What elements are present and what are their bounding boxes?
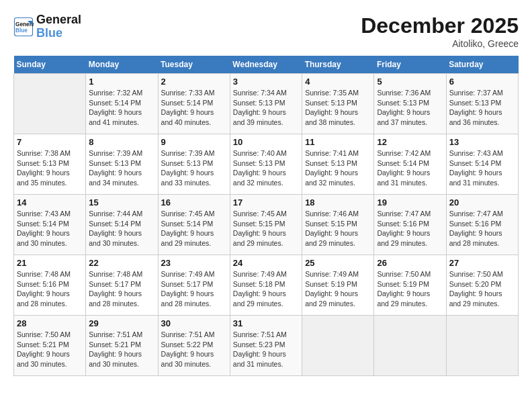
logo-line1: General	[36, 13, 81, 27]
calendar-cell	[14, 74, 86, 134]
day-info: Sunrise: 7:50 AMSunset: 5:19 PMDaylight:…	[377, 269, 443, 309]
header-tuesday: Tuesday	[158, 56, 230, 74]
calendar-cell: 31Sunrise: 7:51 AMSunset: 5:23 PMDayligh…	[230, 316, 302, 376]
day-info: Sunrise: 7:49 AMSunset: 5:17 PMDaylight:…	[161, 269, 227, 309]
header-friday: Friday	[374, 56, 446, 74]
calendar-cell: 3Sunrise: 7:34 AMSunset: 5:13 PMDaylight…	[230, 74, 302, 134]
day-number: 18	[305, 197, 371, 208]
day-info: Sunrise: 7:49 AMSunset: 5:18 PMDaylight:…	[233, 269, 299, 309]
day-number: 26	[377, 258, 443, 268]
day-info: Sunrise: 7:34 AMSunset: 5:13 PMDaylight:…	[233, 88, 299, 128]
day-info: Sunrise: 7:51 AMSunset: 5:21 PMDaylight:…	[89, 330, 154, 369]
day-number: 10	[233, 137, 299, 147]
day-info: Sunrise: 7:50 AMSunset: 5:20 PMDaylight:…	[449, 269, 515, 309]
day-number: 20	[449, 197, 515, 208]
header-wednesday: Wednesday	[230, 56, 302, 74]
day-info: Sunrise: 7:51 AMSunset: 5:23 PMDaylight:…	[233, 330, 299, 369]
day-number: 25	[305, 258, 371, 268]
day-info: Sunrise: 7:47 AMSunset: 5:16 PMDaylight:…	[449, 209, 515, 248]
calendar-cell	[446, 316, 518, 376]
day-number: 30	[161, 318, 227, 328]
calendar-cell: 19Sunrise: 7:47 AMSunset: 5:16 PMDayligh…	[374, 195, 446, 255]
day-number: 9	[161, 137, 227, 147]
day-info: Sunrise: 7:41 AMSunset: 5:13 PMDaylight:…	[305, 148, 371, 188]
calendar-cell	[374, 316, 446, 376]
day-number: 12	[377, 137, 443, 147]
calendar-cell: 23Sunrise: 7:49 AMSunset: 5:17 PMDayligh…	[158, 255, 230, 316]
day-info: Sunrise: 7:47 AMSunset: 5:16 PMDaylight:…	[377, 209, 443, 248]
header-thursday: Thursday	[302, 56, 374, 74]
day-number: 14	[17, 197, 83, 208]
day-number: 19	[377, 197, 443, 208]
calendar-cell: 4Sunrise: 7:35 AMSunset: 5:13 PMDaylight…	[302, 74, 374, 134]
calendar-cell: 27Sunrise: 7:50 AMSunset: 5:20 PMDayligh…	[446, 255, 518, 316]
calendar-cell: 25Sunrise: 7:49 AMSunset: 5:19 PMDayligh…	[302, 255, 374, 316]
day-info: Sunrise: 7:36 AMSunset: 5:13 PMDaylight:…	[377, 88, 443, 128]
location: Aitoliko, Greece	[361, 38, 519, 49]
day-info: Sunrise: 7:43 AMSunset: 5:14 PMDaylight:…	[17, 209, 83, 248]
svg-text:Blue: Blue	[15, 27, 28, 33]
calendar-table: SundayMondayTuesdayWednesdayThursdayFrid…	[13, 56, 519, 376]
calendar-cell: 22Sunrise: 7:48 AMSunset: 5:17 PMDayligh…	[86, 255, 158, 316]
calendar-cell: 20Sunrise: 7:47 AMSunset: 5:16 PMDayligh…	[446, 195, 518, 255]
calendar-header-row: SundayMondayTuesdayWednesdayThursdayFrid…	[14, 56, 519, 74]
calendar-cell: 12Sunrise: 7:42 AMSunset: 5:14 PMDayligh…	[374, 134, 446, 195]
calendar-cell: 21Sunrise: 7:48 AMSunset: 5:16 PMDayligh…	[14, 255, 86, 316]
calendar-cell: 30Sunrise: 7:51 AMSunset: 5:22 PMDayligh…	[158, 316, 230, 376]
calendar-week-row: 28Sunrise: 7:50 AMSunset: 5:21 PMDayligh…	[14, 316, 519, 376]
day-number: 15	[89, 197, 154, 208]
day-number: 5	[377, 77, 443, 87]
logo: General Blue General Blue	[13, 13, 81, 40]
calendar-cell: 15Sunrise: 7:44 AMSunset: 5:14 PMDayligh…	[86, 195, 158, 255]
header-saturday: Saturday	[446, 56, 518, 74]
day-number: 7	[17, 137, 83, 147]
calendar-cell: 11Sunrise: 7:41 AMSunset: 5:13 PMDayligh…	[302, 134, 374, 195]
day-info: Sunrise: 7:42 AMSunset: 5:14 PMDaylight:…	[377, 148, 443, 188]
calendar-week-row: 21Sunrise: 7:48 AMSunset: 5:16 PMDayligh…	[14, 255, 519, 316]
day-number: 24	[233, 258, 299, 268]
day-info: Sunrise: 7:33 AMSunset: 5:14 PMDaylight:…	[161, 88, 227, 128]
title-block: December 2025 Aitoliko, Greece	[361, 13, 519, 49]
calendar-cell: 6Sunrise: 7:37 AMSunset: 5:13 PMDaylight…	[446, 74, 518, 134]
day-info: Sunrise: 7:32 AMSunset: 5:14 PMDaylight:…	[89, 88, 154, 128]
day-info: Sunrise: 7:43 AMSunset: 5:14 PMDaylight:…	[449, 148, 515, 188]
day-number: 23	[161, 258, 227, 268]
day-number: 1	[89, 77, 154, 87]
page-header: General Blue General Blue December 2025 …	[13, 13, 519, 49]
calendar-cell: 2Sunrise: 7:33 AMSunset: 5:14 PMDaylight…	[158, 74, 230, 134]
day-info: Sunrise: 7:37 AMSunset: 5:13 PMDaylight:…	[449, 88, 515, 128]
day-number: 6	[449, 77, 515, 87]
day-info: Sunrise: 7:45 AMSunset: 5:15 PMDaylight:…	[233, 209, 299, 248]
day-number: 22	[89, 258, 154, 268]
day-info: Sunrise: 7:50 AMSunset: 5:21 PMDaylight:…	[17, 330, 83, 369]
calendar-cell: 17Sunrise: 7:45 AMSunset: 5:15 PMDayligh…	[230, 195, 302, 255]
day-info: Sunrise: 7:49 AMSunset: 5:19 PMDaylight:…	[305, 269, 371, 309]
day-info: Sunrise: 7:39 AMSunset: 5:13 PMDaylight:…	[161, 148, 227, 188]
day-number: 21	[17, 258, 83, 268]
calendar-cell: 14Sunrise: 7:43 AMSunset: 5:14 PMDayligh…	[14, 195, 86, 255]
day-info: Sunrise: 7:51 AMSunset: 5:22 PMDaylight:…	[161, 330, 227, 369]
day-info: Sunrise: 7:45 AMSunset: 5:14 PMDaylight:…	[161, 209, 227, 248]
day-number: 11	[305, 137, 371, 147]
calendar-cell: 10Sunrise: 7:40 AMSunset: 5:13 PMDayligh…	[230, 134, 302, 195]
calendar-cell: 9Sunrise: 7:39 AMSunset: 5:13 PMDaylight…	[158, 134, 230, 195]
calendar-week-row: 14Sunrise: 7:43 AMSunset: 5:14 PMDayligh…	[14, 195, 519, 255]
calendar-cell: 26Sunrise: 7:50 AMSunset: 5:19 PMDayligh…	[374, 255, 446, 316]
day-info: Sunrise: 7:38 AMSunset: 5:13 PMDaylight:…	[17, 148, 83, 188]
header-monday: Monday	[86, 56, 158, 74]
calendar-cell: 24Sunrise: 7:49 AMSunset: 5:18 PMDayligh…	[230, 255, 302, 316]
day-info: Sunrise: 7:44 AMSunset: 5:14 PMDaylight:…	[89, 209, 154, 248]
header-sunday: Sunday	[14, 56, 86, 74]
day-number: 2	[161, 77, 227, 87]
calendar-cell: 5Sunrise: 7:36 AMSunset: 5:13 PMDaylight…	[374, 74, 446, 134]
day-info: Sunrise: 7:40 AMSunset: 5:13 PMDaylight:…	[233, 148, 299, 188]
day-number: 13	[449, 137, 515, 147]
calendar-cell: 28Sunrise: 7:50 AMSunset: 5:21 PMDayligh…	[14, 316, 86, 376]
day-info: Sunrise: 7:35 AMSunset: 5:13 PMDaylight:…	[305, 88, 371, 128]
calendar-cell: 18Sunrise: 7:46 AMSunset: 5:15 PMDayligh…	[302, 195, 374, 255]
day-number: 16	[161, 197, 227, 208]
day-number: 31	[233, 318, 299, 328]
day-number: 27	[449, 258, 515, 268]
calendar-week-row: 7Sunrise: 7:38 AMSunset: 5:13 PMDaylight…	[14, 134, 519, 195]
calendar-cell: 16Sunrise: 7:45 AMSunset: 5:14 PMDayligh…	[158, 195, 230, 255]
